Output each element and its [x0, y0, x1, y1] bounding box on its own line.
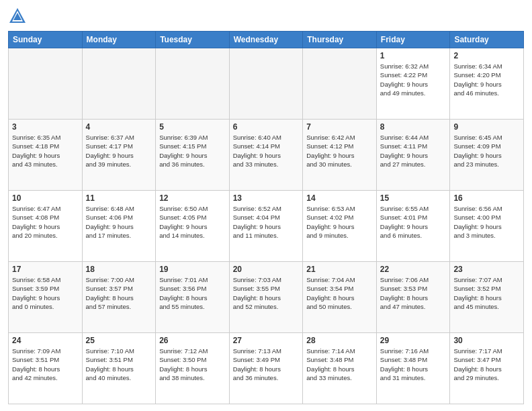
- calendar-cell: 18Sunrise: 7:00 AM Sunset: 3:57 PM Dayli…: [82, 262, 156, 333]
- day-info: Sunrise: 6:32 AM Sunset: 4:22 PM Dayligh…: [380, 62, 447, 97]
- day-number: 10: [12, 193, 79, 203]
- day-info: Sunrise: 7:17 AM Sunset: 3:47 PM Dayligh…: [453, 347, 520, 382]
- day-number: 12: [159, 193, 226, 203]
- day-number: 7: [306, 122, 373, 132]
- calendar-cell: 4Sunrise: 6:37 AM Sunset: 4:17 PM Daylig…: [82, 120, 156, 191]
- day-info: Sunrise: 6:45 AM Sunset: 4:09 PM Dayligh…: [453, 133, 520, 169]
- day-info: Sunrise: 7:00 AM Sunset: 3:57 PM Dayligh…: [86, 275, 152, 311]
- page: SundayMondayTuesdayWednesdayThursdayFrid…: [0, 0, 532, 411]
- day-header-sunday: Sunday: [9, 32, 83, 48]
- day-number: 14: [306, 193, 373, 203]
- day-number: 4: [86, 122, 152, 132]
- logo-icon: [8, 7, 27, 26]
- day-header-monday: Monday: [82, 32, 156, 48]
- calendar-header-row: SundayMondayTuesdayWednesdayThursdayFrid…: [9, 32, 524, 48]
- calendar-cell: [303, 48, 377, 120]
- day-header-saturday: Saturday: [450, 32, 524, 48]
- calendar-cell: 15Sunrise: 6:55 AM Sunset: 4:01 PM Dayli…: [376, 191, 450, 262]
- day-number: 25: [86, 336, 152, 345]
- day-number: 26: [159, 336, 226, 345]
- day-info: Sunrise: 6:47 AM Sunset: 4:08 PM Dayligh…: [12, 204, 79, 240]
- calendar-cell: 14Sunrise: 6:53 AM Sunset: 4:02 PM Dayli…: [303, 191, 377, 262]
- calendar-cell: 24Sunrise: 7:09 AM Sunset: 3:51 PM Dayli…: [9, 333, 83, 404]
- day-info: Sunrise: 7:09 AM Sunset: 3:51 PM Dayligh…: [12, 347, 79, 382]
- day-number: 2: [453, 51, 520, 60]
- calendar-cell: 25Sunrise: 7:10 AM Sunset: 3:51 PM Dayli…: [82, 333, 156, 404]
- logo: [8, 7, 30, 26]
- day-number: 8: [380, 122, 447, 132]
- calendar-cell: [156, 48, 230, 120]
- calendar-week-3: 10Sunrise: 6:47 AM Sunset: 4:08 PM Dayli…: [9, 191, 524, 262]
- calendar-cell: 30Sunrise: 7:17 AM Sunset: 3:47 PM Dayli…: [450, 333, 524, 404]
- day-number: 29: [380, 336, 447, 345]
- calendar-cell: 22Sunrise: 7:06 AM Sunset: 3:53 PM Dayli…: [376, 262, 450, 333]
- calendar-cell: 13Sunrise: 6:52 AM Sunset: 4:04 PM Dayli…: [229, 191, 303, 262]
- calendar-cell: [82, 48, 156, 120]
- calendar-cell: 17Sunrise: 6:58 AM Sunset: 3:59 PM Dayli…: [9, 262, 83, 333]
- calendar-cell: 28Sunrise: 7:14 AM Sunset: 3:48 PM Dayli…: [303, 333, 377, 404]
- calendar-cell: [9, 48, 83, 120]
- day-number: 18: [86, 265, 152, 274]
- calendar-week-1: 1Sunrise: 6:32 AM Sunset: 4:22 PM Daylig…: [9, 48, 524, 120]
- calendar-cell: 27Sunrise: 7:13 AM Sunset: 3:49 PM Dayli…: [229, 333, 303, 404]
- day-number: 20: [233, 265, 300, 274]
- day-info: Sunrise: 6:37 AM Sunset: 4:17 PM Dayligh…: [86, 133, 152, 169]
- day-header-wednesday: Wednesday: [229, 32, 303, 48]
- day-info: Sunrise: 6:53 AM Sunset: 4:02 PM Dayligh…: [306, 204, 373, 240]
- day-info: Sunrise: 6:58 AM Sunset: 3:59 PM Dayligh…: [12, 275, 79, 311]
- day-number: 30: [453, 336, 520, 345]
- day-info: Sunrise: 6:34 AM Sunset: 4:20 PM Dayligh…: [453, 62, 520, 97]
- calendar-cell: 23Sunrise: 7:07 AM Sunset: 3:52 PM Dayli…: [450, 262, 524, 333]
- day-number: 28: [306, 336, 373, 345]
- calendar-cell: 19Sunrise: 7:01 AM Sunset: 3:56 PM Dayli…: [156, 262, 230, 333]
- day-info: Sunrise: 7:14 AM Sunset: 3:48 PM Dayligh…: [306, 347, 373, 382]
- calendar-cell: 26Sunrise: 7:12 AM Sunset: 3:50 PM Dayli…: [156, 333, 230, 404]
- day-info: Sunrise: 6:56 AM Sunset: 4:00 PM Dayligh…: [453, 204, 520, 240]
- day-info: Sunrise: 7:12 AM Sunset: 3:50 PM Dayligh…: [159, 347, 226, 382]
- calendar-cell: 2Sunrise: 6:34 AM Sunset: 4:20 PM Daylig…: [450, 48, 524, 120]
- header: [8, 7, 524, 26]
- day-number: 5: [159, 122, 226, 132]
- calendar-cell: 20Sunrise: 7:03 AM Sunset: 3:55 PM Dayli…: [229, 262, 303, 333]
- day-number: 19: [159, 265, 226, 274]
- calendar-week-5: 24Sunrise: 7:09 AM Sunset: 3:51 PM Dayli…: [9, 333, 524, 404]
- calendar-cell: 6Sunrise: 6:40 AM Sunset: 4:14 PM Daylig…: [229, 120, 303, 191]
- calendar-cell: 7Sunrise: 6:42 AM Sunset: 4:12 PM Daylig…: [303, 120, 377, 191]
- calendar-week-4: 17Sunrise: 6:58 AM Sunset: 3:59 PM Dayli…: [9, 262, 524, 333]
- calendar-cell: 9Sunrise: 6:45 AM Sunset: 4:09 PM Daylig…: [450, 120, 524, 191]
- day-number: 11: [86, 193, 152, 203]
- calendar-cell: 16Sunrise: 6:56 AM Sunset: 4:00 PM Dayli…: [450, 191, 524, 262]
- day-info: Sunrise: 6:39 AM Sunset: 4:15 PM Dayligh…: [159, 133, 226, 169]
- day-number: 21: [306, 265, 373, 274]
- day-number: 22: [380, 265, 447, 274]
- day-header-tuesday: Tuesday: [156, 32, 230, 48]
- day-info: Sunrise: 6:40 AM Sunset: 4:14 PM Dayligh…: [233, 133, 300, 169]
- day-info: Sunrise: 6:35 AM Sunset: 4:18 PM Dayligh…: [12, 133, 79, 169]
- day-info: Sunrise: 6:48 AM Sunset: 4:06 PM Dayligh…: [86, 204, 152, 240]
- day-number: 16: [453, 193, 520, 203]
- day-number: 23: [453, 265, 520, 274]
- calendar-cell: 29Sunrise: 7:16 AM Sunset: 3:48 PM Dayli…: [376, 333, 450, 404]
- day-info: Sunrise: 7:16 AM Sunset: 3:48 PM Dayligh…: [380, 347, 447, 382]
- day-info: Sunrise: 7:06 AM Sunset: 3:53 PM Dayligh…: [380, 275, 447, 311]
- day-number: 9: [453, 122, 520, 132]
- day-info: Sunrise: 6:52 AM Sunset: 4:04 PM Dayligh…: [233, 204, 300, 240]
- day-header-friday: Friday: [376, 32, 450, 48]
- calendar-cell: 5Sunrise: 6:39 AM Sunset: 4:15 PM Daylig…: [156, 120, 230, 191]
- day-info: Sunrise: 7:01 AM Sunset: 3:56 PM Dayligh…: [159, 275, 226, 311]
- calendar-cell: 11Sunrise: 6:48 AM Sunset: 4:06 PM Dayli…: [82, 191, 156, 262]
- day-info: Sunrise: 7:07 AM Sunset: 3:52 PM Dayligh…: [453, 275, 520, 311]
- calendar-cell: 1Sunrise: 6:32 AM Sunset: 4:22 PM Daylig…: [376, 48, 450, 120]
- day-number: 13: [233, 193, 300, 203]
- calendar-cell: 21Sunrise: 7:04 AM Sunset: 3:54 PM Dayli…: [303, 262, 377, 333]
- day-number: 6: [233, 122, 300, 132]
- day-number: 1: [380, 51, 447, 60]
- day-number: 24: [12, 336, 79, 345]
- calendar-week-2: 3Sunrise: 6:35 AM Sunset: 4:18 PM Daylig…: [9, 120, 524, 191]
- day-info: Sunrise: 7:13 AM Sunset: 3:49 PM Dayligh…: [233, 347, 300, 382]
- day-info: Sunrise: 7:10 AM Sunset: 3:51 PM Dayligh…: [86, 347, 152, 382]
- day-number: 17: [12, 265, 79, 274]
- day-header-thursday: Thursday: [303, 32, 377, 48]
- day-info: Sunrise: 6:50 AM Sunset: 4:05 PM Dayligh…: [159, 204, 226, 240]
- day-info: Sunrise: 6:55 AM Sunset: 4:01 PM Dayligh…: [380, 204, 447, 240]
